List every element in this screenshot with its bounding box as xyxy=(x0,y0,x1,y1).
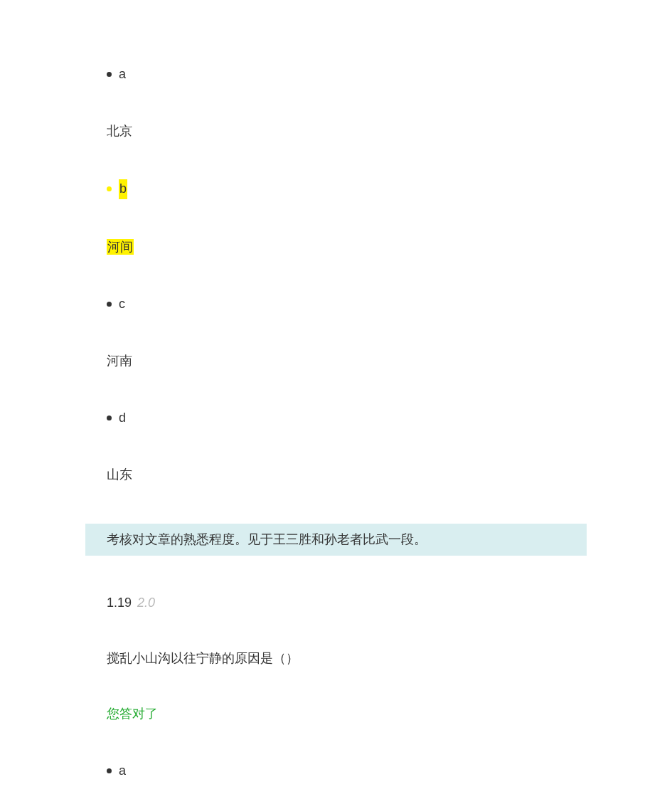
document-page: a 北京 b 河间 c 河南 d 山东 考核对文章的熟悉程度。见于王三胜和孙老者… xyxy=(0,0,672,799)
option-a-q2: a xyxy=(107,762,565,780)
question-number: 1.19 xyxy=(107,596,132,610)
question-points: 2.0 xyxy=(137,596,155,610)
option-b: b xyxy=(107,179,565,199)
bullet-icon xyxy=(107,416,112,420)
result-correct: 您答对了 xyxy=(107,705,565,723)
option-b-text: 河间 xyxy=(107,238,565,256)
option-c: c xyxy=(107,295,565,313)
bullet-icon xyxy=(107,768,112,773)
option-a-text: 北京 xyxy=(107,122,565,140)
option-letter: d xyxy=(119,409,126,427)
option-a: a xyxy=(107,65,565,83)
option-c-text: 河南 xyxy=(107,352,565,370)
question-header: 1.19 2.0 xyxy=(107,594,565,612)
bullet-icon xyxy=(107,186,112,191)
option-letter: c xyxy=(119,295,125,313)
explanation-box: 考核对文章的熟悉程度。见于王三胜和孙老者比武一段。 xyxy=(85,524,587,556)
bullet-icon xyxy=(107,72,112,77)
option-d-text: 山东 xyxy=(107,466,565,484)
option-letter: a xyxy=(119,65,126,83)
question-text: 搅乱小山沟以往宁静的原因是（） xyxy=(107,649,565,668)
option-d: d xyxy=(107,409,565,427)
bullet-icon xyxy=(107,302,112,307)
option-letter: a xyxy=(119,762,126,780)
option-letter: b xyxy=(119,179,127,199)
